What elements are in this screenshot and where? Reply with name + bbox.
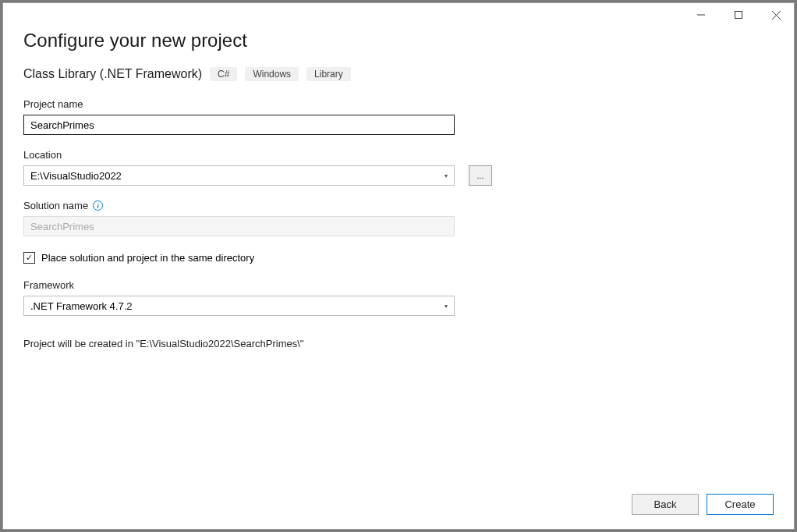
maximize-button[interactable] xyxy=(727,3,750,27)
solution-name-label: Solution name i xyxy=(23,200,774,211)
same-directory-row: ✓ Place solution and project in the same… xyxy=(23,252,774,264)
close-button[interactable] xyxy=(764,3,788,27)
framework-value: .NET Framework 4.7.2 xyxy=(30,300,445,312)
page-heading: Configure your new project xyxy=(23,30,774,51)
browse-button[interactable]: ... xyxy=(469,165,492,186)
project-name-label: Project name xyxy=(23,98,774,110)
content-area: Configure your new project Class Library… xyxy=(3,27,794,484)
dropdown-arrow-icon: ▾ xyxy=(445,172,448,179)
location-value: E:\VisualStudio2022 xyxy=(30,170,445,182)
minimize-button[interactable] xyxy=(689,3,713,27)
project-name-group: Project name xyxy=(23,98,774,135)
tag-type: Library xyxy=(306,67,351,81)
create-button[interactable]: Create xyxy=(707,494,774,515)
same-directory-label: Place solution and project in the same d… xyxy=(41,252,254,264)
same-directory-checkbox[interactable]: ✓ xyxy=(23,252,35,264)
dialog-window: Configure your new project Class Library… xyxy=(2,2,795,530)
framework-group: Framework .NET Framework 4.7.2 ▾ xyxy=(23,279,774,316)
project-name-input[interactable] xyxy=(23,115,455,135)
footer: Back Create xyxy=(3,484,794,529)
titlebar xyxy=(3,3,794,27)
framework-label: Framework xyxy=(23,279,774,291)
dropdown-arrow-icon: ▾ xyxy=(445,303,448,310)
template-name: Class Library (.NET Framework) xyxy=(23,67,202,81)
tag-language: C# xyxy=(210,67,237,81)
project-path-preview: Project will be created in "E:\VisualStu… xyxy=(23,338,774,349)
template-row: Class Library (.NET Framework) C# Window… xyxy=(23,67,774,81)
location-combobox[interactable]: E:\VisualStudio2022 ▾ xyxy=(23,165,455,186)
back-button[interactable]: Back xyxy=(632,494,699,515)
tag-platform: Windows xyxy=(245,67,299,81)
location-label: Location xyxy=(23,149,774,161)
solution-name-group: Solution name i SearchPrimes xyxy=(23,200,774,236)
solution-name-input: SearchPrimes xyxy=(23,216,455,236)
info-icon[interactable]: i xyxy=(93,200,103,211)
framework-combobox[interactable]: .NET Framework 4.7.2 ▾ xyxy=(23,296,455,316)
svg-rect-1 xyxy=(735,12,742,19)
location-group: Location E:\VisualStudio2022 ▾ ... xyxy=(23,149,774,186)
